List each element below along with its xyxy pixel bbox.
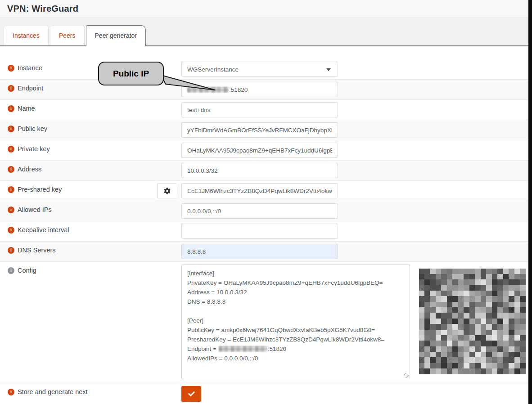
annotation-callout: Public IP (98, 62, 164, 85)
field-label-name: Name (18, 105, 35, 112)
info-icon[interactable] (8, 247, 14, 254)
field-label-address: Address (18, 166, 41, 173)
config-textarea[interactable]: [Interface]PrivateKey = OHaLyMKAA95J9cpa… (181, 265, 410, 379)
field-label-instance: Instance (18, 64, 42, 72)
form-row-config: Config [Interface]PrivateKey = OHaLyMKAA… (0, 262, 528, 383)
redacted-ip-block (219, 346, 267, 352)
preshared-key-input[interactable] (181, 183, 338, 198)
public-key-input[interactable] (181, 122, 338, 138)
form-row-dns-servers: DNS Servers (0, 242, 528, 262)
field-label-public-key: Public key (18, 125, 47, 132)
gear-icon (164, 188, 171, 194)
field-label-endpoint: Endpoint (18, 85, 43, 92)
info-icon[interactable] (8, 227, 14, 233)
app-window: VPN: WireGuard Instances Peers Peer gene… (0, 0, 532, 404)
address-input[interactable] (181, 163, 338, 178)
annotation-callout-text: Public IP (113, 69, 149, 79)
page-header: VPN: WireGuard (0, 0, 528, 18)
info-icon[interactable] (8, 146, 14, 153)
form-row-public-key: Public key (0, 120, 528, 140)
info-icon[interactable] (8, 389, 14, 395)
form-row-store: Store and generate next (0, 383, 528, 404)
name-input[interactable] (181, 102, 338, 117)
form-row-keepalive: Keepalive interval (0, 221, 528, 242)
form-panel: Instance WGServerInstance Endpoint :5182… (0, 46, 528, 404)
field-label-store: Store and generate next (18, 388, 88, 395)
tab-bar: Instances Peers Peer generator (0, 18, 528, 46)
info-icon[interactable] (8, 65, 14, 72)
info-icon[interactable] (8, 267, 14, 274)
form-row-name: Name (0, 100, 528, 120)
private-key-input[interactable] (181, 143, 338, 158)
page-title: VPN: WireGuard (0, 0, 528, 14)
form-row-allowed-ips: Allowed IPs (0, 201, 528, 221)
qr-code-redacted (419, 269, 526, 374)
field-label-allowed-ips: Allowed IPs (18, 206, 52, 213)
chevron-down-icon (326, 68, 331, 71)
field-label-keepalive: Keepalive interval (18, 226, 69, 233)
info-icon[interactable] (8, 166, 14, 173)
form-row-address: Address (0, 161, 528, 181)
form-row-private-key: Private key (0, 140, 528, 161)
textarea-resize-handle[interactable] (404, 373, 409, 378)
field-label-config: Config (18, 267, 36, 274)
field-label-private-key: Private key (18, 145, 50, 153)
check-icon (188, 391, 195, 397)
endpoint-port: :51820 (229, 86, 248, 93)
dns-servers-input[interactable] (181, 244, 338, 259)
generate-psk-button[interactable] (157, 183, 177, 198)
store-and-generate-button[interactable] (181, 386, 201, 402)
info-icon[interactable] (8, 105, 14, 112)
field-label-preshared-key: Pre-shared key (18, 186, 62, 193)
field-label-dns-servers: DNS Servers (18, 247, 56, 254)
tab-peer-generator[interactable]: Peer generator (86, 25, 146, 46)
info-icon[interactable] (8, 85, 14, 92)
keepalive-input[interactable] (181, 224, 338, 239)
form-row-endpoint: Endpoint :51820 (0, 80, 528, 100)
info-icon[interactable] (8, 206, 14, 213)
tab-peers[interactable]: Peers (50, 26, 85, 45)
form-row-preshared-key: Pre-shared key (0, 181, 528, 201)
screenshot-right-edge (528, 0, 532, 404)
panel-top-spacer (0, 46, 528, 59)
info-icon[interactable] (8, 126, 14, 132)
allowed-ips-input[interactable] (181, 203, 338, 219)
form-row-instance: Instance WGServerInstance (0, 59, 528, 80)
info-icon[interactable] (8, 186, 14, 193)
tab-instances[interactable]: Instances (4, 26, 49, 45)
